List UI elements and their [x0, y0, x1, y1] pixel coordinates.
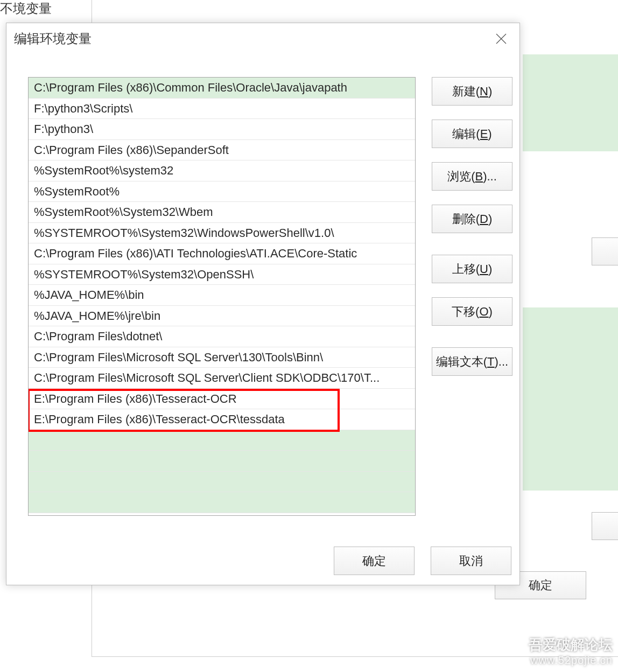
- titlebar: 编辑环境变量: [6, 23, 519, 49]
- close-icon: [495, 33, 507, 45]
- client-area: C:\Program Files (x86)\Common Files\Orac…: [28, 77, 511, 569]
- list-item[interactable]: C:\Program Files\Microsoft SQL Server\13…: [29, 347, 415, 368]
- bg-green-2: [523, 307, 618, 491]
- bg-delete-d-button[interactable]: 除(D): [592, 237, 618, 265]
- dialog-title: 编辑环境变量: [14, 30, 92, 47]
- list-item[interactable]: C:\Program Files (x86)\ATI Technologies\…: [29, 243, 415, 264]
- side-buttons: 新建(N) 编辑(E) 浏览(B)... 删除(D) 上移(U) 下移(O) 编…: [432, 77, 512, 390]
- delete-button[interactable]: 删除(D): [432, 205, 512, 233]
- list-item-empty[interactable]: [29, 451, 415, 472]
- browse-button[interactable]: 浏览(B)...: [432, 162, 512, 191]
- close-button[interactable]: [490, 28, 512, 50]
- list-item[interactable]: %JAVA_HOME%\jre\bin: [29, 306, 415, 327]
- list-item[interactable]: %SystemRoot%\system32: [29, 160, 415, 181]
- list-item-empty[interactable]: [29, 472, 415, 493]
- bg-green-1: [523, 54, 618, 151]
- list-item[interactable]: E:\Program Files (x86)\Tesseract-OCR\tes…: [29, 409, 415, 430]
- list-item[interactable]: C:\Program Files (x86)\Common Files\Orac…: [29, 78, 415, 99]
- edit-button[interactable]: 编辑(E): [432, 120, 512, 148]
- edit-env-var-dialog: 编辑环境变量 C:\Program Files (x86)\Common Fil…: [6, 23, 520, 585]
- list-item[interactable]: E:\Program Files (x86)\Tesseract-OCR: [29, 389, 415, 410]
- ok-button[interactable]: 确定: [334, 547, 415, 575]
- list-item[interactable]: F:\python3\: [29, 119, 415, 140]
- list-item[interactable]: C:\Program Files (x86)\SepanderSoft: [29, 140, 415, 161]
- list-item-empty[interactable]: [29, 430, 415, 451]
- list-item[interactable]: C:\Program Files\dotnet\: [29, 326, 415, 347]
- list-item[interactable]: %JAVA_HOME%\bin: [29, 285, 415, 306]
- list-item-empty[interactable]: [29, 492, 415, 513]
- bg-window-title: 不境变量: [0, 0, 52, 17]
- list-item[interactable]: %SYSTEMROOT%\System32\WindowsPowerShell\…: [29, 223, 415, 244]
- edit-text-button[interactable]: 编辑文本(T)...: [432, 347, 512, 376]
- move-up-button[interactable]: 上移(U): [432, 255, 512, 283]
- path-listbox[interactable]: C:\Program Files (x86)\Common Files\Orac…: [28, 77, 416, 516]
- list-item[interactable]: %SystemRoot%\System32\Wbem: [29, 202, 415, 223]
- list-item[interactable]: %SYSTEMROOT%\System32\OpenSSH\: [29, 264, 415, 285]
- cancel-button[interactable]: 取消: [431, 547, 511, 575]
- bg-delete-l-button[interactable]: 除(L): [592, 512, 618, 540]
- new-button[interactable]: 新建(N): [432, 77, 512, 106]
- dialog-footer: 确定 取消: [334, 547, 511, 575]
- move-down-button[interactable]: 下移(O): [432, 297, 512, 326]
- list-item[interactable]: C:\Program Files\Microsoft SQL Server\Cl…: [29, 368, 415, 389]
- list-item[interactable]: %SystemRoot%: [29, 181, 415, 202]
- list-item[interactable]: F:\python3\Scripts\: [29, 99, 415, 120]
